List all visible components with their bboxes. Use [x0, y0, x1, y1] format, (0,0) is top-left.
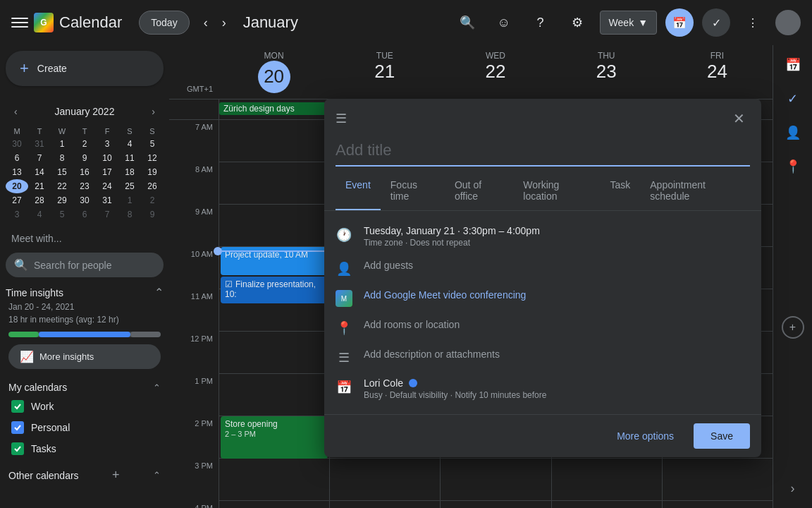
dialog-location-content: Add rooms or location: [364, 318, 750, 331]
drag-handle-icon: ☰: [336, 111, 347, 126]
dialog-body: 🕐 Tuesday, January 21 · 3:30pm – 4:00pm …: [324, 211, 761, 414]
meet-logo: M: [336, 290, 352, 307]
dialog-footer: More options Save: [324, 414, 761, 457]
people-icon: 👤: [336, 260, 352, 277]
dialog-timezone-text[interactable]: Time zone · Does not repeat: [364, 238, 750, 248]
dialog-calendar-detail: Lori Cole: [364, 377, 750, 389]
more-options-button[interactable]: More options: [605, 425, 685, 447]
dialog-meet-content: Add Google Meet video conferencing: [364, 289, 750, 301]
dialog-tab[interactable]: Working location: [513, 172, 600, 210]
dialog-calendar-content: Lori Cole Busy · Default visibility · No…: [364, 377, 750, 400]
add-location-text[interactable]: Add rooms or location: [364, 319, 460, 330]
dialog-guests-row: 👤 Add guests: [324, 253, 761, 283]
dialog-overlay: ☰ ✕ EventFocus timeOut of officeWorking …: [0, 0, 812, 508]
clock-icon: 🕐: [336, 226, 352, 243]
dialog-topbar: ☰ ✕: [324, 99, 761, 130]
add-meet-text[interactable]: Add Google Meet video conferencing: [364, 289, 526, 301]
calendar-color-dot: [409, 379, 417, 387]
dialog-tab[interactable]: Event: [336, 172, 381, 210]
dialog-datetime-content: Tuesday, January 21 · 3:30pm – 4:00pm Ti…: [364, 225, 750, 248]
calendar-name[interactable]: Lori Cole: [364, 377, 403, 389]
save-button[interactable]: Save: [694, 423, 750, 449]
calendar-icon: 📅: [336, 379, 352, 396]
description-icon: ☰: [336, 349, 352, 366]
dialog-tab[interactable]: Appointment schedule: [640, 172, 750, 210]
dialog-datetime-text[interactable]: Tuesday, January 21 · 3:30pm – 4:00pm: [364, 225, 750, 236]
event-create-dialog: ☰ ✕ EventFocus timeOut of officeWorking …: [324, 99, 761, 457]
calendar-detail-text: Busy · Default visibility · Notify 10 mi…: [364, 390, 750, 400]
dialog-calendar-row: 📅 Lori Cole Busy · Default visibility · …: [324, 372, 761, 406]
add-description-text[interactable]: Add description or attachments: [364, 349, 500, 360]
dialog-location-row: 📍 Add rooms or location: [324, 313, 761, 342]
dialog-tab[interactable]: Focus time: [381, 172, 445, 210]
dialog-tab[interactable]: Task: [600, 172, 640, 210]
dialog-description-content: Add description or attachments: [364, 348, 750, 361]
dialog-tabs: EventFocus timeOut of officeWorking loca…: [324, 172, 761, 211]
add-guests-text[interactable]: Add guests: [364, 260, 413, 271]
dialog-close-button[interactable]: ✕: [727, 107, 750, 130]
dialog-description-row: ☰ Add description or attachments: [324, 342, 761, 372]
dialog-tab[interactable]: Out of office: [445, 172, 513, 210]
dialog-datetime-row: 🕐 Tuesday, January 21 · 3:30pm – 4:00pm …: [324, 219, 761, 253]
event-title-input[interactable]: [336, 135, 750, 167]
location-icon: 📍: [336, 320, 352, 337]
dialog-meet-row: M Add Google Meet video conferencing: [324, 283, 761, 313]
meet-icon: M: [336, 290, 352, 307]
dialog-guests-content: Add guests: [364, 259, 750, 272]
